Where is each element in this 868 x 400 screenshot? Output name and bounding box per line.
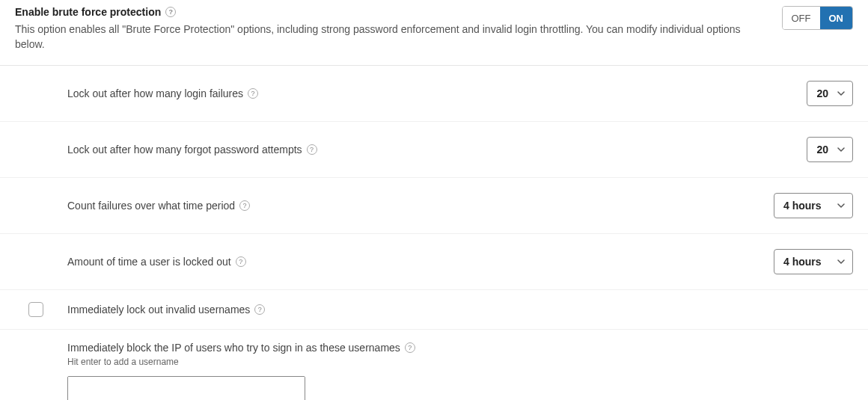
setting-lockout-time: Amount of time a user is locked out ? 4 … <box>0 234 868 290</box>
help-icon[interactable]: ? <box>239 200 250 211</box>
invalid-usernames-label: Immediately lock out invalid usernames <box>67 304 250 316</box>
help-icon[interactable]: ? <box>165 7 176 17</box>
toggle-off-label: OFF <box>783 7 820 29</box>
help-icon[interactable]: ? <box>248 88 258 99</box>
setting-login-failures: Lock out after how many login failures ?… <box>0 66 868 122</box>
chevron-down-icon <box>837 146 845 153</box>
forgot-attempts-select[interactable]: 20 <box>807 137 853 162</box>
forgot-attempts-label: Lock out after how many forgot password … <box>67 144 302 156</box>
invalid-usernames-checkbox[interactable] <box>28 302 43 317</box>
forgot-attempts-label-wrap: Lock out after how many forgot password … <box>67 144 317 156</box>
block-ips-textarea-wrap <box>67 376 305 400</box>
header-description: This option enables all "Brute Force Pro… <box>15 22 767 52</box>
brute-force-header-row: Enable brute force protection ? This opt… <box>0 0 868 66</box>
header-title-text: Enable brute force protection <box>15 6 161 18</box>
help-icon[interactable]: ? <box>254 304 265 315</box>
login-failures-label: Lock out after how many login failures <box>67 87 243 99</box>
setting-block-ips: Immediately block the IP of users who tr… <box>0 330 868 400</box>
lockout-time-select[interactable]: 4 hours <box>774 249 853 274</box>
block-ips-label-wrap: Immediately block the IP of users who tr… <box>67 342 415 354</box>
help-icon[interactable]: ? <box>405 342 415 353</box>
setting-forgot-attempts: Lock out after how many forgot password … <box>0 122 868 178</box>
time-period-select[interactable]: 4 hours <box>774 193 853 218</box>
login-failures-value: 20 <box>816 87 828 99</box>
help-icon[interactable]: ? <box>307 144 317 155</box>
time-period-label: Count failures over what time period <box>67 200 235 212</box>
login-failures-select[interactable]: 20 <box>807 81 853 106</box>
lockout-time-label-wrap: Amount of time a user is locked out ? <box>67 256 246 268</box>
time-period-label-wrap: Count failures over what time period ? <box>67 200 250 212</box>
lockout-time-value: 4 hours <box>783 256 822 268</box>
chevron-down-icon <box>837 202 845 209</box>
header-text-block: Enable brute force protection ? This opt… <box>15 6 782 52</box>
setting-invalid-usernames: Immediately lock out invalid usernames ? <box>0 290 868 330</box>
block-ips-label: Immediately block the IP of users who tr… <box>67 342 400 354</box>
chevron-down-icon <box>837 90 845 97</box>
lockout-time-label: Amount of time a user is locked out <box>67 256 231 268</box>
toggle-on-label: ON <box>820 7 853 29</box>
help-icon[interactable]: ? <box>236 256 246 267</box>
setting-time-period: Count failures over what time period ? 4… <box>0 178 868 234</box>
login-failures-label-wrap: Lock out after how many login failures ? <box>67 87 258 99</box>
time-period-value: 4 hours <box>783 200 822 212</box>
block-ips-textarea[interactable] <box>68 377 305 400</box>
invalid-usernames-label-wrap: Immediately lock out invalid usernames ? <box>67 304 265 316</box>
chevron-down-icon <box>837 258 845 265</box>
brute-force-toggle[interactable]: OFF ON <box>782 6 854 30</box>
block-ips-hint: Hit enter to add a username <box>67 357 853 367</box>
header-title: Enable brute force protection ? <box>15 6 176 18</box>
forgot-attempts-value: 20 <box>816 144 828 156</box>
